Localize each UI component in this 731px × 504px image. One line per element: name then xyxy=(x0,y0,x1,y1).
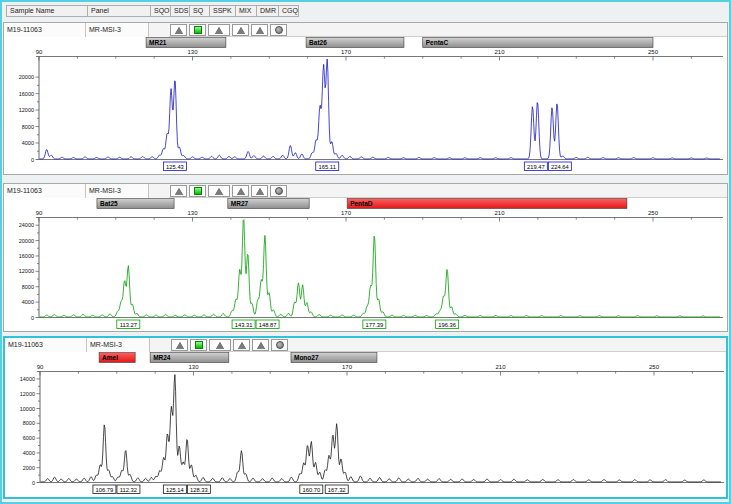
green-square-icon xyxy=(194,187,202,195)
warning-triangle-icon xyxy=(176,342,184,349)
x-tick-label: 250 xyxy=(649,364,660,370)
sqo-cell xyxy=(149,23,169,37)
header-sspk[interactable]: SSPK xyxy=(210,5,236,17)
peak-size-label: 167.32 xyxy=(328,487,346,493)
sds-flag[interactable] xyxy=(170,185,187,197)
warning-triangle-icon xyxy=(215,188,223,195)
panel-name-cell[interactable]: MR-MSI-3 xyxy=(86,184,149,198)
electropherogram-black[interactable]: AmelMR24Mono2790130170210250020004000600… xyxy=(5,352,728,497)
y-tick-label: 8000 xyxy=(22,284,34,290)
peak-size-label: 224.64 xyxy=(551,164,570,170)
header-dmr[interactable]: DMR xyxy=(257,5,279,17)
cgq-flag[interactable] xyxy=(270,185,287,197)
peak-size-label: 143.31 xyxy=(235,322,253,328)
sample-row: M19-11063 MR-MSI-3 xyxy=(4,23,727,37)
marker-label: MR21 xyxy=(149,39,167,46)
x-tick-label: 250 xyxy=(648,49,659,55)
x-tick-label: 170 xyxy=(341,210,352,216)
marker-label: Mono27 xyxy=(294,354,319,361)
x-tick-label: 250 xyxy=(648,210,659,216)
trace xyxy=(40,220,720,317)
peak-size-label: 106.79 xyxy=(96,487,114,493)
header-sq[interactable]: SQ xyxy=(190,5,210,17)
x-tick-label: 210 xyxy=(495,364,506,370)
y-tick-label: 4000 xyxy=(22,140,34,146)
sspk-flag[interactable] xyxy=(208,24,230,36)
x-tick-label: 90 xyxy=(36,210,43,216)
panel-name-cell[interactable]: MR-MSI-3 xyxy=(87,338,150,352)
gray-circle-icon xyxy=(275,26,283,34)
header-panel[interactable]: Panel xyxy=(88,5,151,17)
sample-row-filler xyxy=(288,184,727,197)
cgq-flag[interactable] xyxy=(270,24,287,36)
dmr-flag[interactable] xyxy=(252,339,269,351)
header-mix[interactable]: MIX xyxy=(236,5,257,17)
mix-flag[interactable] xyxy=(233,339,250,351)
electropherogram-green[interactable]: Bat25MR27PentaD9013017021025004000800012… xyxy=(4,198,727,332)
warning-triangle-icon xyxy=(175,188,183,195)
sq-flag[interactable] xyxy=(189,24,206,36)
panel-name-cell[interactable]: MR-MSI-3 xyxy=(86,23,149,37)
y-tick-label: 12000 xyxy=(20,391,35,397)
x-tick-label: 90 xyxy=(37,364,44,370)
header-filler xyxy=(299,5,728,17)
marker-bar-pentac[interactable] xyxy=(423,38,653,48)
y-tick-label: 14000 xyxy=(20,376,35,382)
x-tick-label: 130 xyxy=(187,49,198,55)
marker-label: MR27 xyxy=(231,200,249,207)
cgq-flag[interactable] xyxy=(271,339,288,351)
warning-triangle-icon xyxy=(257,342,265,349)
dmr-flag[interactable] xyxy=(251,185,268,197)
mix-flag[interactable] xyxy=(232,185,249,197)
marker-label: Amel xyxy=(102,354,118,361)
y-tick-label: 0 xyxy=(31,315,34,321)
peak-size-label: 112.32 xyxy=(120,487,137,493)
y-tick-label: 8000 xyxy=(22,124,34,130)
x-tick-label: 90 xyxy=(36,49,43,55)
y-tick-label: 0 xyxy=(32,480,35,486)
header-cgq[interactable]: CGQ xyxy=(279,5,299,17)
header-sample-name[interactable]: Sample Name xyxy=(6,5,88,17)
sds-flag[interactable] xyxy=(170,24,187,36)
peak-size-label: 148.87 xyxy=(259,322,277,328)
y-tick-label: 20000 xyxy=(19,238,34,244)
marker-bar-pentad[interactable] xyxy=(347,199,627,209)
sspk-flag[interactable] xyxy=(208,185,230,197)
warning-triangle-icon xyxy=(238,342,246,349)
sample-name-cell[interactable]: M19-11063 xyxy=(5,338,87,352)
sspk-flag[interactable] xyxy=(209,339,231,351)
x-tick-label: 130 xyxy=(187,210,198,216)
y-tick-label: 10000 xyxy=(20,406,35,412)
y-tick-label: 24000 xyxy=(19,222,34,228)
peak-size-label: 165.11 xyxy=(319,164,336,170)
table-header: Sample Name Panel SQO SDS SQ SSPK MIX DM… xyxy=(3,4,728,17)
sample-name-cell[interactable]: M19-11063 xyxy=(4,184,86,198)
sample-name-cell[interactable]: M19-11063 xyxy=(4,23,86,37)
dmr-flag[interactable] xyxy=(251,24,268,36)
sq-flag[interactable] xyxy=(190,339,207,351)
sds-flag[interactable] xyxy=(171,339,188,351)
y-tick-label: 4000 xyxy=(22,299,34,305)
marker-label: Bat26 xyxy=(309,39,327,46)
y-tick-label: 16000 xyxy=(19,253,34,259)
x-tick-label: 210 xyxy=(494,49,505,55)
peak-size-label: 196.36 xyxy=(438,322,456,328)
gray-circle-icon xyxy=(276,341,284,349)
peak-size-label: 219.47 xyxy=(527,164,545,170)
electropherogram-blue[interactable]: MR21Bat26PentaC9013017021025004000800012… xyxy=(4,37,727,174)
marker-label: MR24 xyxy=(153,354,171,361)
y-tick-label: 8000 xyxy=(23,420,35,426)
peak-size-label: 125.14 xyxy=(166,487,185,493)
sq-flag[interactable] xyxy=(189,185,206,197)
sqo-cell xyxy=(150,338,170,352)
peak-size-label: 160.70 xyxy=(302,487,320,493)
y-tick-label: 20000 xyxy=(19,74,34,80)
header-sds[interactable]: SDS xyxy=(171,5,190,17)
y-tick-label: 16000 xyxy=(19,91,34,97)
green-square-icon xyxy=(194,26,202,34)
warning-triangle-icon xyxy=(215,27,223,34)
mix-flag[interactable] xyxy=(232,24,249,36)
header-sqo[interactable]: SQO xyxy=(151,5,171,17)
trace xyxy=(40,59,720,159)
marker-label: PentaC xyxy=(426,39,449,46)
